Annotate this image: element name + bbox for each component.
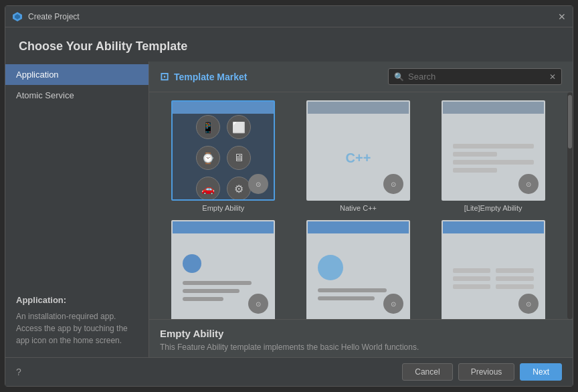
card-line-5-2: [318, 296, 375, 300]
title-bar: Create Project ✕: [5, 6, 573, 27]
tablet-icon: ⬜: [227, 115, 251, 139]
thumb-top-bar-3: [443, 102, 544, 114]
template-thumb-5: ⊙: [306, 220, 410, 319]
card3-cell-1: [453, 268, 490, 273]
search-clear-icon[interactable]: ✕: [549, 72, 556, 82]
create-project-dialog: Create Project ✕ Choose Your Ability Tem…: [5, 5, 573, 387]
info-desc: This Feature Ability template implements…: [160, 342, 562, 352]
thumb-bottom-icon-6: ⊙: [518, 294, 539, 314]
thumb-top-bar-5: [308, 221, 409, 233]
card-content-5: [318, 255, 399, 300]
previous-button[interactable]: Previous: [458, 363, 515, 381]
dialog-title: Create Project: [28, 12, 80, 21]
thumb-top-bar: [173, 102, 274, 114]
grid-area: 📱 ⬜ ⌚ 🖥 🚗 ⚙ ⊙ Empty Ability: [149, 92, 567, 319]
title-bar-left: Create Project: [12, 11, 80, 22]
lite-line-4: [453, 168, 497, 173]
help-icon[interactable]: ?: [16, 367, 21, 377]
dialog-content: Application Atomic Service Application: …: [5, 62, 573, 357]
template-thumb-6: ⊙: [442, 220, 545, 319]
sidebar: Application Atomic Service Application: …: [5, 62, 149, 357]
thumb-top-bar-6: [443, 221, 544, 233]
dialog-header: Choose Your Ability Template: [5, 27, 573, 62]
template-card-lite-empty[interactable]: ⊙ [Lite]Empty Ability: [429, 100, 557, 212]
template-thumb-native-cpp: C++ ⊙: [306, 100, 410, 201]
template-card-4[interactable]: ⊙: [160, 220, 287, 319]
template-grid: 📱 ⬜ ⌚ 🖥 🚗 ⚙ ⊙ Empty Ability: [160, 100, 557, 319]
template-thumb-4: ⊙: [171, 220, 275, 319]
card3-cell-2: [496, 268, 533, 273]
template-label-lite-empty: [Lite]Empty Ability: [464, 204, 522, 212]
template-card-6[interactable]: ⊙: [429, 220, 557, 319]
thumb-top-bar-2: [308, 102, 409, 114]
lite-line-2: [453, 152, 497, 157]
thumb-bottom-icon-2: ⊙: [383, 174, 403, 194]
template-card-empty-ability[interactable]: 📱 ⬜ ⌚ 🖥 🚗 ⚙ ⊙ Empty Ability: [160, 100, 287, 212]
template-label-empty-ability: Empty Ability: [202, 204, 244, 212]
store-icon: ⊡: [160, 70, 169, 83]
scrollbar-track[interactable]: [567, 92, 573, 319]
next-button[interactable]: Next: [520, 363, 562, 381]
card3-cell-4: [496, 276, 533, 281]
card-line-4-3: [183, 297, 223, 301]
thumb-bottom-icon-3: ⊙: [518, 174, 539, 194]
template-card-native-cpp[interactable]: C++ ⊙ Native C++: [295, 100, 422, 212]
dialog-footer: ? Cancel Previous Next: [5, 357, 573, 386]
card-content-6: [453, 268, 534, 289]
main-panel: ⊡ Template Market 🔍 ✕: [149, 62, 573, 357]
card-circle-4: [183, 254, 201, 273]
car-icon: 🚗: [196, 177, 220, 201]
sidebar-item-atomic-service[interactable]: Atomic Service: [5, 85, 149, 106]
search-icon: 🔍: [394, 72, 404, 82]
app-icon: [12, 11, 23, 22]
close-button[interactable]: ✕: [558, 11, 566, 22]
template-thumb-lite-empty: ⊙: [442, 100, 545, 201]
thumb-top-bar-4: [173, 221, 274, 233]
phone-icon: 📱: [196, 115, 220, 139]
card3-row-3: [453, 284, 534, 289]
cancel-button[interactable]: Cancel: [402, 363, 452, 381]
card-circle-large-5: [318, 255, 343, 280]
thumb-bottom-icon-5: ⊙: [383, 294, 403, 314]
card3-row-1: [453, 268, 534, 273]
card-line-4-1: [183, 281, 252, 285]
template-label-native-cpp: Native C++: [340, 204, 377, 212]
template-card-5[interactable]: ⊙: [295, 220, 422, 319]
template-market-label: ⊡ Template Market: [160, 70, 247, 83]
card3-cell-3: [453, 276, 490, 281]
card3-cell-6: [496, 284, 533, 289]
info-title: Empty Ability: [160, 328, 562, 339]
search-box[interactable]: 🔍 ✕: [388, 68, 562, 85]
device-icons-grid: 📱 ⬜ ⌚ 🖥 🚗 ⚙: [196, 115, 251, 201]
lite-line-3: [453, 160, 534, 165]
card-content-4: [183, 254, 264, 301]
lite-line-1: [453, 144, 534, 149]
sidebar-footer: Application: An installation-required ap…: [5, 284, 149, 357]
template-thumb-empty-ability: 📱 ⬜ ⌚ 🖥 🚗 ⚙ ⊙: [171, 100, 275, 201]
card-line-4-2: [183, 289, 239, 293]
lite-empty-content: [453, 144, 534, 173]
cpp-label: C++: [346, 151, 371, 166]
monitor-icon: 🖥: [227, 146, 251, 170]
sidebar-footer-title: Application:: [16, 295, 138, 305]
thumb-bottom-icon-1: ⊙: [248, 174, 268, 194]
info-panel: Empty Ability This Feature Ability templ…: [149, 319, 573, 357]
thumb-bottom-icon-4: ⊙: [248, 294, 268, 314]
search-input[interactable]: [408, 72, 549, 82]
watch-icon: ⌚: [196, 146, 220, 170]
main-header: ⊡ Template Market 🔍 ✕: [149, 62, 573, 92]
sidebar-footer-desc: An installation-required app. Access the…: [16, 310, 138, 347]
card-line-5-1: [318, 288, 387, 292]
dialog-body: Choose Your Ability Template Application…: [5, 27, 573, 386]
sidebar-item-application[interactable]: Application: [5, 64, 149, 85]
sidebar-items: Application Atomic Service: [5, 62, 149, 108]
grid-with-scrollbar: 📱 ⬜ ⌚ 🖥 🚗 ⚙ ⊙ Empty Ability: [149, 92, 573, 319]
scrollbar-thumb: [568, 95, 572, 149]
card3-cell-5: [453, 284, 490, 289]
gear-icon: ⚙: [227, 177, 251, 201]
card3-row-2: [453, 276, 534, 281]
